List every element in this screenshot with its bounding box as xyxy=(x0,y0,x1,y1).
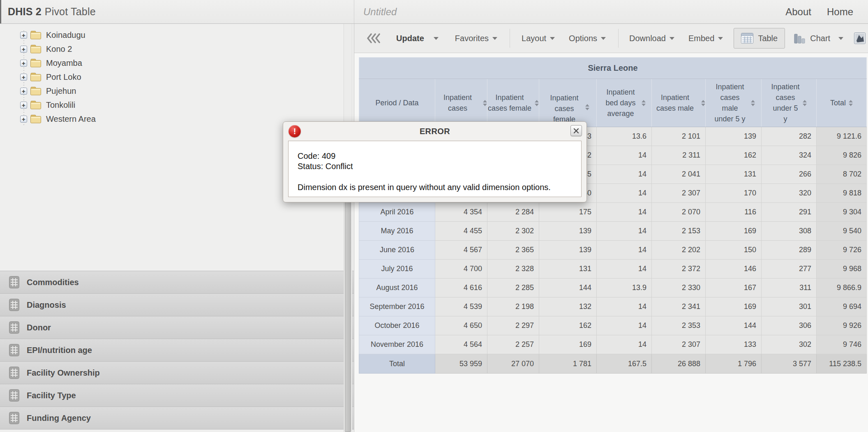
value-cell: 2 297 xyxy=(487,316,539,335)
sort-icon[interactable] xyxy=(535,100,539,106)
column-header[interactable]: Inpatient cases male under 5 y xyxy=(706,79,762,127)
layout-menu[interactable]: Layout xyxy=(522,34,555,43)
error-message: Dimension dx is present in query without… xyxy=(298,182,577,193)
value-cell: 2 202 xyxy=(652,241,706,260)
tree-item-label: Koinadugu xyxy=(46,30,85,40)
expand-plus-icon[interactable]: + xyxy=(20,32,27,39)
value-cell: 14 xyxy=(597,297,652,316)
value-cell: 14 xyxy=(597,241,652,260)
dimension-grid-icon xyxy=(9,321,19,334)
value-cell: 131 xyxy=(539,260,597,279)
favorites-menu[interactable]: Favorites xyxy=(455,34,497,43)
total-value-cell: 1 781 xyxy=(539,354,597,374)
table-row: October 2016 4 650 2 297 162 14 2 353 14… xyxy=(359,316,867,335)
sort-icon[interactable] xyxy=(751,100,755,106)
expand-plus-icon[interactable]: + xyxy=(20,74,27,81)
chart-icon xyxy=(794,33,806,44)
embed-menu[interactable]: Embed xyxy=(688,34,723,43)
close-button[interactable] xyxy=(570,125,582,136)
expand-plus-icon[interactable]: + xyxy=(20,102,27,109)
total-value-cell: 3 577 xyxy=(762,354,817,374)
folder-icon xyxy=(30,73,41,81)
accordion-section[interactable]: Funding Agency xyxy=(0,407,354,430)
dialog-header[interactable]: ! ERROR xyxy=(283,122,586,141)
column-header[interactable]: Inpatient cases under 5 y xyxy=(762,79,817,127)
value-cell: 4 354 xyxy=(435,203,487,222)
row-total-cell: 9 121.6 xyxy=(817,127,867,146)
value-cell: 167 xyxy=(706,279,762,297)
tree-item[interactable]: + Port Loko xyxy=(0,70,354,84)
caret-down-icon xyxy=(492,37,497,40)
download-menu[interactable]: Download xyxy=(629,34,674,43)
chart-view-button[interactable]: Chart xyxy=(794,33,843,44)
map-view-button[interactable]: Map xyxy=(854,33,868,44)
expand-plus-icon[interactable]: + xyxy=(20,60,27,67)
sort-icon[interactable] xyxy=(483,100,487,106)
total-row: Total 53 959 27 070 1 781 167.5 26 888 1… xyxy=(359,354,867,374)
value-cell: 131 xyxy=(706,165,762,184)
expand-plus-icon[interactable]: + xyxy=(20,116,27,123)
column-header[interactable]: Inpatient cases female xyxy=(487,79,539,127)
value-cell: 14 xyxy=(597,335,652,354)
caret-down-icon xyxy=(550,37,555,40)
total-value-cell: 27 070 xyxy=(487,354,539,374)
column-header[interactable]: Inpatient cases female under 5 y xyxy=(539,79,597,127)
about-link[interactable]: About xyxy=(785,6,811,18)
tree-item[interactable]: + Tonkolili xyxy=(0,98,354,112)
update-caret-icon[interactable] xyxy=(434,37,439,40)
row-total-cell: 9 540 xyxy=(817,222,867,241)
window-edge xyxy=(0,0,1,23)
period-cell: June 2016 xyxy=(359,241,435,260)
accordion-section[interactable]: Facility Ownership xyxy=(0,362,354,384)
accordion-section-label: Donor xyxy=(27,323,51,332)
expand-plus-icon[interactable]: + xyxy=(20,88,27,95)
update-button[interactable]: Update xyxy=(396,34,424,43)
sort-icon[interactable] xyxy=(849,100,853,106)
sidebar-scrollbar[interactable] xyxy=(344,24,352,432)
sort-icon[interactable] xyxy=(585,104,589,110)
column-header[interactable]: Inpatient cases male xyxy=(652,79,706,127)
caret-down-icon xyxy=(838,37,843,40)
value-cell: 4 539 xyxy=(435,297,487,316)
row-total-cell: 9 866.9 xyxy=(817,279,867,297)
pivot-canvas: Sierra Leone Period / Data Inpatient cas… xyxy=(354,53,868,432)
value-cell: 14 xyxy=(597,146,652,165)
scrollbar-thumb[interactable] xyxy=(345,177,351,432)
collapse-sidebar-button[interactable] xyxy=(367,33,381,43)
accordion-section[interactable]: Facility Type xyxy=(0,384,354,407)
value-cell: 14 xyxy=(597,184,652,203)
table-row: April 2016 4 354 2 284 175 14 2 070 116 … xyxy=(359,203,867,222)
sort-icon[interactable] xyxy=(803,100,807,106)
value-cell: 162 xyxy=(706,146,762,165)
sidebar: + Koinadugu + xyxy=(0,24,354,432)
accordion-section-label: Facility Ownership xyxy=(27,368,100,378)
table-icon xyxy=(741,33,753,44)
accordion-section[interactable]: Diagnosis xyxy=(0,294,354,316)
error-code-line: Code: 409 xyxy=(298,151,577,161)
sort-icon[interactable] xyxy=(701,100,705,106)
home-link[interactable]: Home xyxy=(827,6,853,18)
value-cell: 4 455 xyxy=(435,222,487,241)
period-cell: May 2016 xyxy=(359,222,435,241)
table-view-button[interactable]: Table xyxy=(734,28,785,49)
sort-icon[interactable] xyxy=(642,100,646,106)
folder-icon xyxy=(30,115,41,123)
value-cell: 144 xyxy=(706,316,762,335)
period-cell: August 2016 xyxy=(359,279,435,297)
tree-item[interactable]: + Kono 2 xyxy=(0,42,354,56)
column-header[interactable]: Inpatient bed days average xyxy=(597,79,652,127)
tree-item[interactable]: + Moyamba xyxy=(0,56,354,70)
accordion-section[interactable]: Commodities xyxy=(0,271,354,294)
tree-item-label: Western Area xyxy=(46,114,96,124)
column-header[interactable]: Inpatient cases xyxy=(435,79,487,127)
error-icon: ! xyxy=(289,125,301,137)
expand-plus-icon[interactable]: + xyxy=(20,46,27,53)
tree-item[interactable]: + Koinadugu xyxy=(0,28,354,42)
app-title: DHIS 2Pivot Table xyxy=(8,6,96,18)
dimension-grid-icon xyxy=(9,344,19,356)
options-menu[interactable]: Options xyxy=(569,34,606,43)
accordion-section[interactable]: EPI/nutrition age xyxy=(0,339,354,362)
column-header[interactable]: Total xyxy=(817,79,867,127)
tree-item[interactable]: + Pujehun xyxy=(0,84,354,98)
accordion-section[interactable]: Donor xyxy=(0,316,354,339)
